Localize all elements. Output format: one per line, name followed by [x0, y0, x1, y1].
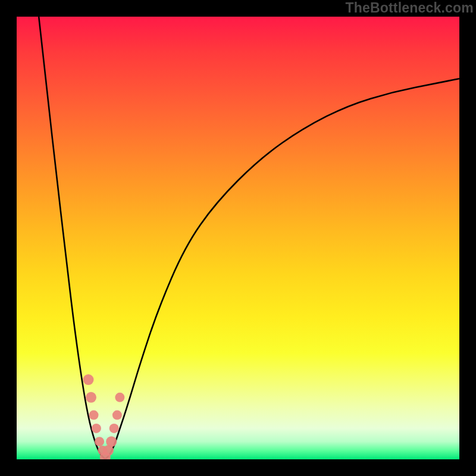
highlight-marker: [86, 392, 96, 403]
highlight-marker: [106, 436, 117, 447]
highlight-marker: [112, 411, 122, 420]
highlight-marker: [92, 424, 101, 433]
highlight-marker: [115, 393, 124, 402]
highlight-marker: [109, 424, 119, 433]
curve-left-branch: [39, 17, 105, 459]
highlight-marker: [95, 437, 104, 446]
chart-frame: TheBottleneck.com: [0, 0, 476, 476]
chart-svg: [17, 17, 459, 459]
plot-area: [17, 17, 459, 459]
watermark-text: TheBottleneck.com: [345, 0, 474, 16]
highlight-marker: [89, 411, 99, 420]
curve-right-branch: [105, 79, 459, 459]
highlight-marker: [83, 374, 94, 385]
